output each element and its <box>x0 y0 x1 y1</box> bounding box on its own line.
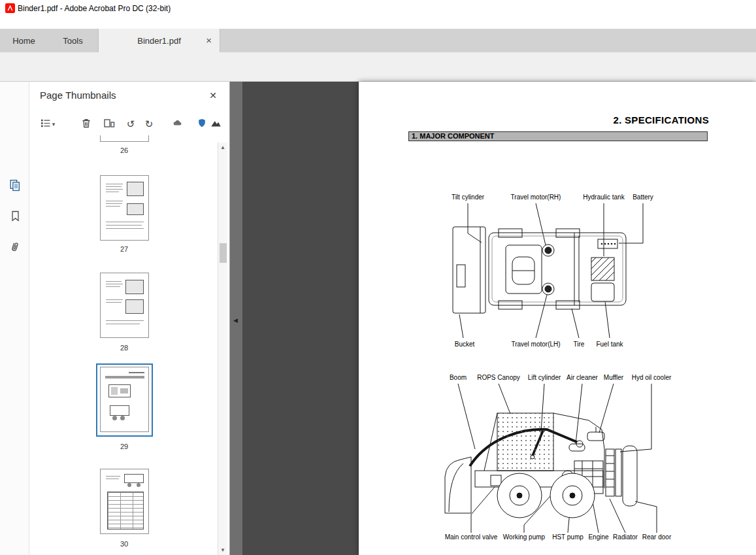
mountains-button[interactable] <box>208 116 223 133</box>
main-toolbar: ☆ / 111 <box>0 52 756 82</box>
part-label: Working pump <box>503 533 545 541</box>
close-panel-icon[interactable]: ✕ <box>206 88 220 103</box>
part-label: Tilt cylinder <box>452 193 484 201</box>
paperclip-icon <box>8 240 22 256</box>
thumbnails-scrollbar[interactable]: ▲ ▼ <box>218 143 227 555</box>
panel-title: Page Thumbnails <box>40 90 116 101</box>
section-header: 1. MAJOR COMPONENT <box>408 131 708 141</box>
rotate-right-button[interactable]: ↻ <box>140 116 157 133</box>
thumbnail-page-26[interactable] <box>100 135 149 142</box>
document-area: ◀ 2. SPECIFICATIONS 1. MAJOR COMPONENT T… <box>230 82 756 555</box>
part-label: Radiator <box>613 533 638 541</box>
trash-icon <box>80 116 93 132</box>
part-label: Main control valve <box>445 533 498 541</box>
panel-splitter[interactable]: ◀ <box>230 82 242 555</box>
page-thumbnails-icon <box>8 178 22 194</box>
window-title: Binder1.pdf - Adobe Acrobat Pro DC (32-b… <box>18 4 171 13</box>
rotate-cw-icon: ↻ <box>145 118 154 130</box>
thumbnail-number: 28 <box>29 344 219 352</box>
thumbnail-number: 27 <box>29 245 219 253</box>
top-view-diagram <box>444 202 679 352</box>
part-label: HST pump <box>552 533 583 541</box>
attachments-pane-button[interactable] <box>7 240 22 255</box>
part-label: ROPS Canopy <box>477 374 520 381</box>
part-label: Muffler <box>604 374 623 381</box>
tab-tools-label: Tools <box>63 36 82 46</box>
resize-thumbnails-icon <box>103 116 116 132</box>
part-label: Engine <box>588 533 608 541</box>
thumbnail-page-27[interactable] <box>100 175 149 241</box>
part-label: Boom <box>450 374 467 381</box>
shield-button[interactable] <box>195 116 208 133</box>
acrobat-window: Binder1.pdf - Adobe Acrobat Pro DC (32-b… <box>0 0 756 555</box>
close-tab-icon[interactable]: × <box>206 35 212 46</box>
tab-document-label: Binder1.pdf <box>137 36 181 46</box>
part-label: Air cleaner <box>567 374 598 381</box>
part-label: Rear door <box>642 533 671 541</box>
chevron-down-icon: ▾ <box>52 121 56 127</box>
shield-icon <box>197 117 207 131</box>
part-label: Travel motor(RH) <box>511 193 561 201</box>
rotate-left-button[interactable]: ↺ <box>122 116 139 133</box>
page-title: 2. SPECIFICATIONS <box>613 114 709 126</box>
thumbnail-page-30[interactable] <box>100 469 149 534</box>
scroll-up-icon[interactable]: ▲ <box>218 144 227 150</box>
thumbnail-number: 29 <box>29 443 219 450</box>
thumbnail-size-button[interactable] <box>101 116 118 133</box>
collapse-panel-icon[interactable]: ◀ <box>233 317 238 324</box>
navigation-pane-buttons <box>0 82 29 555</box>
bookmarks-pane-button[interactable] <box>7 209 22 224</box>
page-thumbnails-pane-button[interactable] <box>7 178 22 193</box>
tab-tools[interactable]: Tools <box>48 29 98 52</box>
titlebar: Binder1.pdf - Adobe Acrobat Pro DC (32-b… <box>0 0 756 29</box>
part-label: Lift cylinder <box>528 374 561 381</box>
cloud-annotation-button[interactable] <box>169 116 186 133</box>
thumbnail-page-28[interactable] <box>100 273 149 338</box>
pdf-page: 2. SPECIFICATIONS 1. MAJOR COMPONENT Til… <box>359 82 756 555</box>
cloud-icon <box>172 117 184 131</box>
thumbnail-number: 26 <box>29 146 219 154</box>
tab-document[interactable]: Binder1.pdf × <box>98 29 220 52</box>
part-label: Battery <box>633 193 653 201</box>
thumbnail-number: 30 <box>29 540 219 548</box>
acrobat-logo-icon <box>5 3 15 13</box>
page-thumbnails-panel: Page Thumbnails ✕ ▾ ↺ ↻ 26 <box>29 82 230 555</box>
part-label: Hyd oil cooler <box>632 374 672 381</box>
delete-pages-button[interactable] <box>78 116 95 133</box>
tab-bar: Home Tools Binder1.pdf × <box>0 29 756 52</box>
options-list-icon <box>39 116 52 132</box>
side-view-diagram <box>437 384 679 533</box>
thumbnail-page-29[interactable] <box>100 367 149 432</box>
bookmark-icon <box>8 209 22 225</box>
scroll-down-icon[interactable]: ▼ <box>218 547 227 553</box>
scrollbar-thumb[interactable] <box>220 243 227 263</box>
part-label: Hydraulic tank <box>583 193 624 201</box>
mountains-icon <box>210 117 222 131</box>
tab-home-label: Home <box>12 36 35 46</box>
tab-home[interactable]: Home <box>0 29 48 52</box>
thumbnail-options-button[interactable]: ▾ <box>35 116 59 133</box>
rotate-ccw-icon: ↺ <box>127 118 135 130</box>
